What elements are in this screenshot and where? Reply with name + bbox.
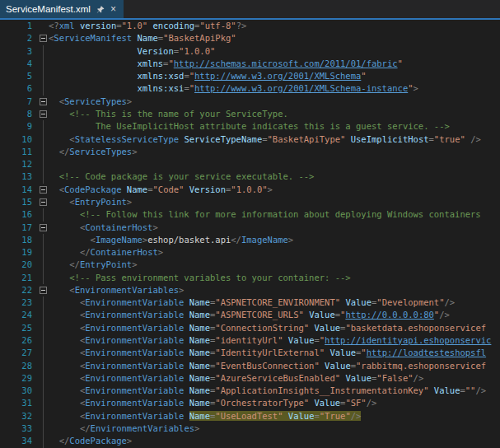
fold-guide	[38, 208, 49, 221]
line-number[interactable]: 1	[0, 20, 38, 32]
code-line[interactable]: 27 <EnvironmentVariable Name="IdentityUr…	[0, 347, 500, 359]
line-number[interactable]: 9	[0, 120, 38, 133]
code-token: ""	[465, 385, 476, 395]
code-token: >	[152, 222, 157, 232]
code-token: Name	[137, 33, 157, 43]
code-line[interactable]: 25 <EnvironmentVariable Name="Connection…	[0, 322, 500, 334]
code-line[interactable]: 16 <!-- Follow this link for more inform…	[0, 208, 500, 221]
line-number[interactable]: 18	[0, 234, 38, 246]
code-line[interactable]: 21 <!-- Pass environment variables to yo…	[0, 272, 500, 284]
code-line[interactable]: 1<?xml version="1.0" encoding="utf-8"?>	[0, 20, 500, 32]
fold-toggle-icon[interactable]	[38, 184, 49, 196]
code-line[interactable]: 31 <EnvironmentVariable Name="Orchestrat…	[0, 397, 500, 409]
code-token: Name	[189, 398, 210, 408]
pin-icon[interactable]	[96, 5, 105, 14]
line-number[interactable]: 19	[0, 246, 38, 259]
close-icon[interactable]: ×	[110, 4, 116, 14]
line-number[interactable]: 23	[0, 296, 38, 309]
line-number[interactable]: 12	[0, 158, 38, 170]
code-line[interactable]: 9 The UseImplicitHost attribute indicate…	[0, 120, 500, 133]
line-number[interactable]: 24	[0, 309, 38, 321]
code-token: EnvironmentVariable	[85, 348, 184, 357]
code-token: >	[132, 147, 137, 156]
code-line[interactable]: 32 <EnvironmentVariable Name="UseLoadTes…	[0, 410, 500, 422]
code-editor[interactable]: 1<?xml version="1.0" encoding="utf-8"?>2…	[0, 20, 500, 448]
code-line[interactable]: 5 xmlns:xsd="http://www.w3.org/2001/XMLS…	[0, 70, 500, 82]
code-token: Name	[189, 310, 210, 320]
line-number[interactable]: 13	[0, 170, 38, 183]
code-token: http://www.w3.org/2001/XMLSchema	[194, 71, 361, 81]
code-line[interactable]: 33 </EnvironmentVariables>	[0, 422, 500, 435]
fold-toggle-icon[interactable]	[38, 108, 49, 120]
line-number[interactable]: 31	[0, 397, 38, 409]
code-line[interactable]: 6 xmlns:xsi="http://www.w3.org/2001/XMLS…	[0, 82, 500, 95]
code-token: </	[80, 247, 91, 257]
line-number[interactable]: 11	[0, 146, 38, 158]
code-text: <EnvironmentVariable Name="ASPNETCORE_UR…	[49, 309, 500, 321]
line-number[interactable]: 27	[0, 347, 38, 359]
line-number[interactable]: 6	[0, 82, 38, 95]
code-line[interactable]: 11 </ServiceTypes>	[0, 146, 500, 158]
code-line[interactable]: 3 Version="1.0.0"	[0, 45, 500, 58]
code-line[interactable]: 15 <EntryPoint>	[0, 196, 500, 208]
code-line[interactable]: 23 <EnvironmentVariable Name="ASPNETCORE…	[0, 296, 500, 309]
code-line[interactable]: 18 <ImageName>eshop/basket.api</ImageNam…	[0, 234, 500, 246]
line-number[interactable]: 15	[0, 196, 38, 208]
code-line[interactable]: 26 <EnvironmentVariable Name="identityUr…	[0, 334, 500, 347]
code-line[interactable]: 7 <ServiceTypes>	[0, 96, 500, 108]
code-token: xml	[59, 21, 75, 30]
code-line[interactable]: 10 <StatelessServiceType ServiceTypeName…	[0, 133, 500, 146]
code-line[interactable]: 34 </CodePackage>	[0, 435, 500, 447]
line-number[interactable]: 28	[0, 360, 38, 372]
line-number[interactable]: 29	[0, 372, 38, 385]
line-number[interactable]: 33	[0, 422, 38, 435]
fold-toggle-icon[interactable]	[38, 32, 49, 44]
line-number[interactable]: 8	[0, 108, 38, 120]
code-line[interactable]: 19 </ContainerHost>	[0, 246, 500, 259]
line-number[interactable]: 14	[0, 184, 38, 196]
code-line[interactable]: 12	[0, 158, 500, 170]
fold-toggle-icon[interactable]	[38, 196, 49, 208]
line-number[interactable]: 5	[0, 70, 38, 82]
line-number[interactable]: 30	[0, 385, 38, 397]
line-number[interactable]: 32	[0, 410, 38, 422]
line-number[interactable]: 10	[0, 133, 38, 146]
line-number[interactable]: 34	[0, 435, 38, 447]
code-line[interactable]: 8 <!-- This is the name of your ServiceT…	[0, 108, 500, 120]
line-number[interactable]: 26	[0, 334, 38, 347]
fold-toggle-icon[interactable]	[38, 222, 49, 234]
line-number[interactable]: 7	[0, 96, 38, 108]
code-line[interactable]: 2<ServiceManifest Name="BasketApiPkg"	[0, 32, 500, 44]
code-line[interactable]: 28 <EnvironmentVariable Name="EventBusCo…	[0, 360, 500, 372]
code-text: <CodePackage Name="Code" Version="1.0.0"…	[49, 184, 500, 196]
line-number[interactable]: 21	[0, 272, 38, 284]
fold-toggle-icon[interactable]	[38, 96, 49, 108]
code-token: http://loadtesteshopsfl	[367, 348, 486, 357]
code-line[interactable]: 22 <EnvironmentVariables>	[0, 284, 500, 296]
code-line[interactable]: 20 </EntryPoint>	[0, 259, 500, 271]
line-number[interactable]: 25	[0, 322, 38, 334]
code-line[interactable]: 17 <ContainerHost>	[0, 222, 500, 234]
code-line[interactable]: 13 <!-- Code package is your service exe…	[0, 170, 500, 183]
line-number[interactable]: 3	[0, 45, 38, 58]
code-token: />	[439, 310, 450, 320]
fold-toggle-icon[interactable]	[38, 284, 49, 296]
fold-guide	[38, 120, 49, 133]
code-token: >	[127, 96, 132, 106]
code-text: <EnvironmentVariable Name="ASPNETCORE_EN…	[49, 296, 500, 309]
code-line[interactable]: 30 <EnvironmentVariable Name="Applicatio…	[0, 385, 500, 397]
code-token: "False"	[376, 373, 413, 383]
code-line[interactable]: 24 <EnvironmentVariable Name="ASPNETCORE…	[0, 309, 500, 321]
line-number[interactable]: 17	[0, 222, 38, 234]
line-number[interactable]: 4	[0, 58, 38, 70]
code-token: ServiceTypes	[64, 96, 127, 106]
tab-servicemanifest[interactable]: ServiceManifest.xml ×	[0, 0, 124, 18]
code-line[interactable]: 14 <CodePackage Name="Code" Version="1.0…	[0, 184, 500, 196]
line-number[interactable]: 20	[0, 259, 38, 271]
line-number[interactable]: 22	[0, 284, 38, 296]
code-line[interactable]: 29 <EnvironmentVariable Name="AzureServi…	[0, 372, 500, 385]
code-token: ServiceManifest	[54, 33, 132, 43]
line-number[interactable]: 2	[0, 32, 38, 44]
code-line[interactable]: 4 xmlns="http://schemas.microsoft.com/20…	[0, 58, 500, 70]
line-number[interactable]: 16	[0, 208, 38, 221]
